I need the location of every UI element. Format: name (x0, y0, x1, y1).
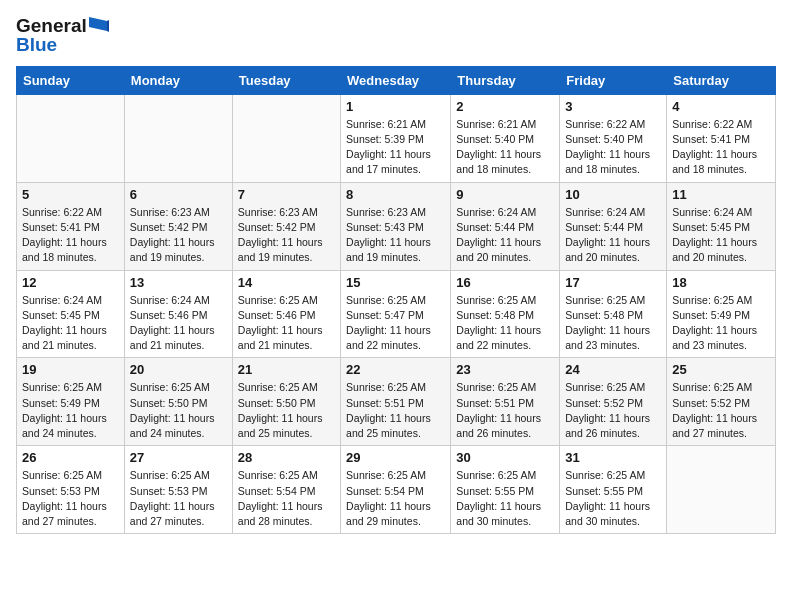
day-info: Sunrise: 6:25 AM Sunset: 5:50 PM Dayligh… (130, 380, 227, 441)
day-info: Sunrise: 6:24 AM Sunset: 5:45 PM Dayligh… (672, 205, 770, 266)
calendar-day-cell: 31Sunrise: 6:25 AM Sunset: 5:55 PM Dayli… (560, 446, 667, 534)
calendar-day-cell: 16Sunrise: 6:25 AM Sunset: 5:48 PM Dayli… (451, 270, 560, 358)
logo-wordmark: General Blue (16, 16, 109, 56)
day-info: Sunrise: 6:21 AM Sunset: 5:39 PM Dayligh… (346, 117, 445, 178)
calendar-day-cell: 14Sunrise: 6:25 AM Sunset: 5:46 PM Dayli… (232, 270, 340, 358)
day-info: Sunrise: 6:22 AM Sunset: 5:41 PM Dayligh… (672, 117, 770, 178)
calendar-day-cell: 17Sunrise: 6:25 AM Sunset: 5:48 PM Dayli… (560, 270, 667, 358)
day-number: 5 (22, 187, 119, 202)
day-number: 12 (22, 275, 119, 290)
day-number: 3 (565, 99, 661, 114)
day-info: Sunrise: 6:25 AM Sunset: 5:46 PM Dayligh… (238, 293, 335, 354)
calendar-day-cell (667, 446, 776, 534)
calendar-header-row: Sunday Monday Tuesday Wednesday Thursday… (17, 66, 776, 94)
day-number: 11 (672, 187, 770, 202)
day-info: Sunrise: 6:25 AM Sunset: 5:52 PM Dayligh… (672, 380, 770, 441)
calendar-day-cell: 21Sunrise: 6:25 AM Sunset: 5:50 PM Dayli… (232, 358, 340, 446)
day-number: 4 (672, 99, 770, 114)
day-number: 29 (346, 450, 445, 465)
day-info: Sunrise: 6:22 AM Sunset: 5:40 PM Dayligh… (565, 117, 661, 178)
col-saturday: Saturday (667, 66, 776, 94)
day-number: 16 (456, 275, 554, 290)
day-info: Sunrise: 6:25 AM Sunset: 5:49 PM Dayligh… (672, 293, 770, 354)
calendar-day-cell: 15Sunrise: 6:25 AM Sunset: 5:47 PM Dayli… (341, 270, 451, 358)
day-info: Sunrise: 6:23 AM Sunset: 5:42 PM Dayligh… (130, 205, 227, 266)
day-info: Sunrise: 6:24 AM Sunset: 5:44 PM Dayligh… (565, 205, 661, 266)
day-info: Sunrise: 6:24 AM Sunset: 5:45 PM Dayligh… (22, 293, 119, 354)
calendar-day-cell: 26Sunrise: 6:25 AM Sunset: 5:53 PM Dayli… (17, 446, 125, 534)
day-info: Sunrise: 6:25 AM Sunset: 5:52 PM Dayligh… (565, 380, 661, 441)
calendar-day-cell: 29Sunrise: 6:25 AM Sunset: 5:54 PM Dayli… (341, 446, 451, 534)
calendar-day-cell: 12Sunrise: 6:24 AM Sunset: 5:45 PM Dayli… (17, 270, 125, 358)
col-sunday: Sunday (17, 66, 125, 94)
day-number: 1 (346, 99, 445, 114)
col-tuesday: Tuesday (232, 66, 340, 94)
day-number: 13 (130, 275, 227, 290)
day-info: Sunrise: 6:25 AM Sunset: 5:49 PM Dayligh… (22, 380, 119, 441)
calendar-day-cell: 18Sunrise: 6:25 AM Sunset: 5:49 PM Dayli… (667, 270, 776, 358)
col-wednesday: Wednesday (341, 66, 451, 94)
day-number: 24 (565, 362, 661, 377)
day-info: Sunrise: 6:25 AM Sunset: 5:47 PM Dayligh… (346, 293, 445, 354)
day-number: 19 (22, 362, 119, 377)
calendar-day-cell: 20Sunrise: 6:25 AM Sunset: 5:50 PM Dayli… (124, 358, 232, 446)
calendar-day-cell: 11Sunrise: 6:24 AM Sunset: 5:45 PM Dayli… (667, 182, 776, 270)
calendar-week-row: 19Sunrise: 6:25 AM Sunset: 5:49 PM Dayli… (17, 358, 776, 446)
calendar-day-cell: 13Sunrise: 6:24 AM Sunset: 5:46 PM Dayli… (124, 270, 232, 358)
calendar-day-cell: 3Sunrise: 6:22 AM Sunset: 5:40 PM Daylig… (560, 94, 667, 182)
calendar-day-cell: 23Sunrise: 6:25 AM Sunset: 5:51 PM Dayli… (451, 358, 560, 446)
day-info: Sunrise: 6:25 AM Sunset: 5:48 PM Dayligh… (565, 293, 661, 354)
day-number: 6 (130, 187, 227, 202)
calendar-day-cell: 9Sunrise: 6:24 AM Sunset: 5:44 PM Daylig… (451, 182, 560, 270)
day-info: Sunrise: 6:25 AM Sunset: 5:53 PM Dayligh… (22, 468, 119, 529)
calendar-day-cell: 1Sunrise: 6:21 AM Sunset: 5:39 PM Daylig… (341, 94, 451, 182)
day-number: 22 (346, 362, 445, 377)
calendar-day-cell: 27Sunrise: 6:25 AM Sunset: 5:53 PM Dayli… (124, 446, 232, 534)
calendar-week-row: 1Sunrise: 6:21 AM Sunset: 5:39 PM Daylig… (17, 94, 776, 182)
day-number: 20 (130, 362, 227, 377)
calendar-day-cell: 8Sunrise: 6:23 AM Sunset: 5:43 PM Daylig… (341, 182, 451, 270)
calendar-week-row: 5Sunrise: 6:22 AM Sunset: 5:41 PM Daylig… (17, 182, 776, 270)
day-number: 21 (238, 362, 335, 377)
svg-marker-1 (107, 20, 109, 32)
calendar-day-cell: 6Sunrise: 6:23 AM Sunset: 5:42 PM Daylig… (124, 182, 232, 270)
day-number: 28 (238, 450, 335, 465)
day-number: 15 (346, 275, 445, 290)
day-number: 27 (130, 450, 227, 465)
day-info: Sunrise: 6:25 AM Sunset: 5:54 PM Dayligh… (346, 468, 445, 529)
calendar-day-cell: 4Sunrise: 6:22 AM Sunset: 5:41 PM Daylig… (667, 94, 776, 182)
calendar-day-cell: 30Sunrise: 6:25 AM Sunset: 5:55 PM Dayli… (451, 446, 560, 534)
calendar-day-cell: 2Sunrise: 6:21 AM Sunset: 5:40 PM Daylig… (451, 94, 560, 182)
calendar-day-cell: 22Sunrise: 6:25 AM Sunset: 5:51 PM Dayli… (341, 358, 451, 446)
day-info: Sunrise: 6:23 AM Sunset: 5:43 PM Dayligh… (346, 205, 445, 266)
logo-flag-icon (89, 17, 109, 35)
day-info: Sunrise: 6:24 AM Sunset: 5:44 PM Dayligh… (456, 205, 554, 266)
calendar-day-cell: 24Sunrise: 6:25 AM Sunset: 5:52 PM Dayli… (560, 358, 667, 446)
day-info: Sunrise: 6:25 AM Sunset: 5:54 PM Dayligh… (238, 468, 335, 529)
day-number: 18 (672, 275, 770, 290)
svg-marker-0 (89, 17, 107, 31)
calendar-day-cell (232, 94, 340, 182)
day-number: 8 (346, 187, 445, 202)
day-info: Sunrise: 6:22 AM Sunset: 5:41 PM Dayligh… (22, 205, 119, 266)
day-info: Sunrise: 6:25 AM Sunset: 5:50 PM Dayligh… (238, 380, 335, 441)
calendar-day-cell: 25Sunrise: 6:25 AM Sunset: 5:52 PM Dayli… (667, 358, 776, 446)
day-number: 10 (565, 187, 661, 202)
day-info: Sunrise: 6:25 AM Sunset: 5:55 PM Dayligh… (565, 468, 661, 529)
calendar-day-cell (17, 94, 125, 182)
calendar-day-cell: 7Sunrise: 6:23 AM Sunset: 5:42 PM Daylig… (232, 182, 340, 270)
day-info: Sunrise: 6:25 AM Sunset: 5:55 PM Dayligh… (456, 468, 554, 529)
day-info: Sunrise: 6:25 AM Sunset: 5:48 PM Dayligh… (456, 293, 554, 354)
day-number: 14 (238, 275, 335, 290)
calendar-table: Sunday Monday Tuesday Wednesday Thursday… (16, 66, 776, 534)
calendar-week-row: 26Sunrise: 6:25 AM Sunset: 5:53 PM Dayli… (17, 446, 776, 534)
day-info: Sunrise: 6:23 AM Sunset: 5:42 PM Dayligh… (238, 205, 335, 266)
calendar-week-row: 12Sunrise: 6:24 AM Sunset: 5:45 PM Dayli… (17, 270, 776, 358)
col-thursday: Thursday (451, 66, 560, 94)
day-info: Sunrise: 6:25 AM Sunset: 5:53 PM Dayligh… (130, 468, 227, 529)
calendar-day-cell (124, 94, 232, 182)
day-info: Sunrise: 6:25 AM Sunset: 5:51 PM Dayligh… (456, 380, 554, 441)
day-number: 23 (456, 362, 554, 377)
calendar-day-cell: 5Sunrise: 6:22 AM Sunset: 5:41 PM Daylig… (17, 182, 125, 270)
page-header: General Blue (16, 16, 776, 56)
